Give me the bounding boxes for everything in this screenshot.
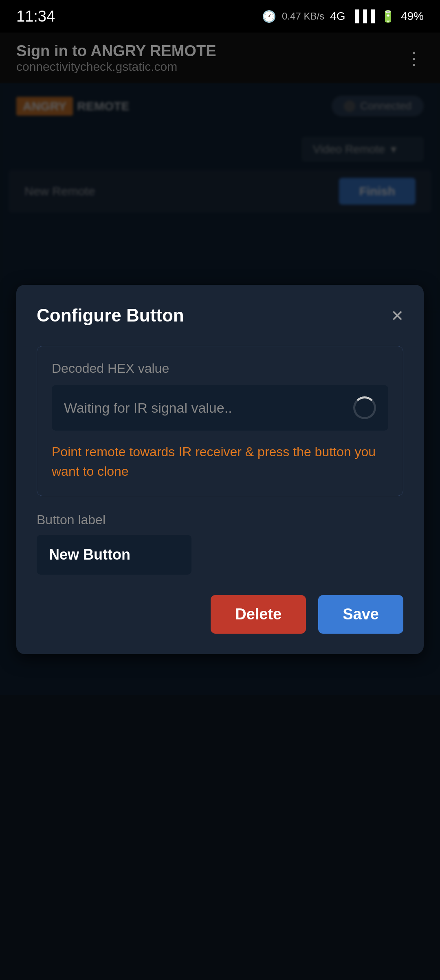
battery-percent: 49%: [401, 10, 424, 23]
button-label-section: Button label New Button: [37, 512, 403, 575]
button-label-text: Button label: [37, 512, 403, 527]
hex-section: Decoded HEX value Waiting for IR signal …: [37, 346, 403, 496]
modal-actions: Delete Save: [37, 595, 403, 634]
hex-label: Decoded HEX value: [52, 361, 388, 376]
button-label-input[interactable]: New Button: [37, 535, 191, 575]
signal-bars-icon: ▐▐▐: [351, 10, 375, 23]
signal-text: 0.47 KB/s: [282, 11, 324, 22]
battery-icon: 🔋: [381, 10, 395, 23]
status-bar: 11:34 🕐 0.47 KB/s 4G ▐▐▐ 🔋 49%: [0, 0, 440, 33]
ir-signal-input[interactable]: Waiting for IR signal value..: [52, 385, 388, 431]
status-time: 11:34: [16, 8, 55, 25]
ir-signal-placeholder: Waiting for IR signal value..: [64, 400, 232, 416]
save-button[interactable]: Save: [318, 595, 403, 634]
modal-title: Configure Button: [37, 305, 184, 326]
alarm-icon: 🕐: [262, 10, 276, 23]
modal-header: Configure Button ×: [37, 305, 403, 326]
ir-instruction: Point remote towards IR receiver & press…: [52, 442, 388, 481]
configure-button-modal: Configure Button × Decoded HEX value Wai…: [16, 285, 424, 654]
delete-button[interactable]: Delete: [211, 595, 306, 634]
modal-close-button[interactable]: ×: [392, 305, 403, 326]
button-label-value: New Button: [49, 546, 130, 563]
status-icons: 🕐 0.47 KB/s 4G ▐▐▐ 🔋 49%: [262, 10, 424, 23]
network-icon: 4G: [330, 10, 345, 23]
loading-spinner: [353, 396, 376, 419]
